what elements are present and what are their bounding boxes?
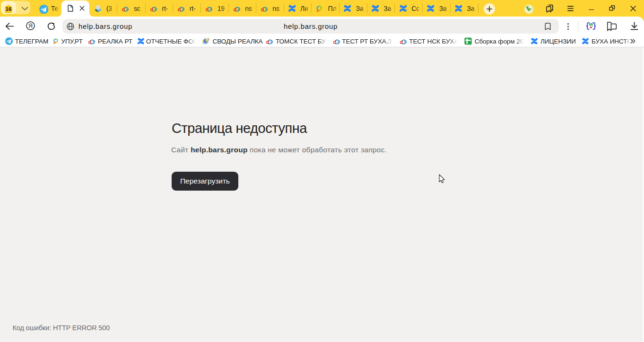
svg-text:Я: Я [28, 23, 33, 29]
svg-text:16: 16 [5, 6, 12, 12]
